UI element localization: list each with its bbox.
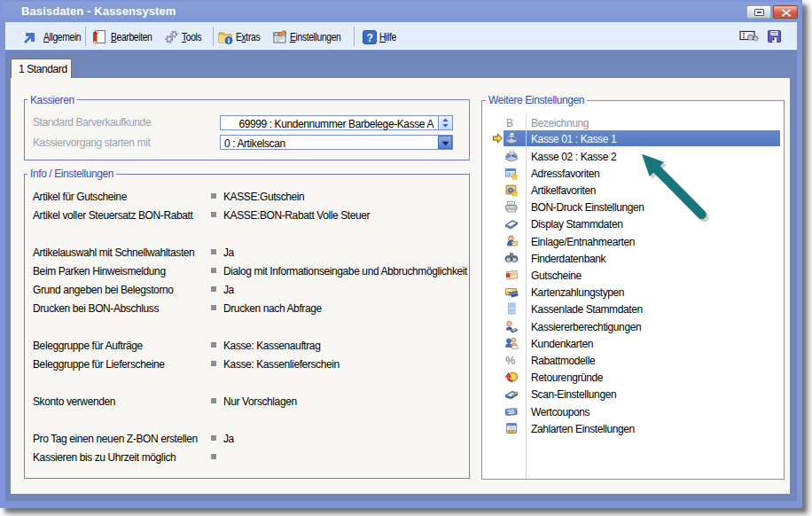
svg-text:?: ?	[367, 32, 373, 44]
svg-text:%: %	[505, 354, 516, 367]
svg-text:2: 2	[508, 291, 511, 296]
